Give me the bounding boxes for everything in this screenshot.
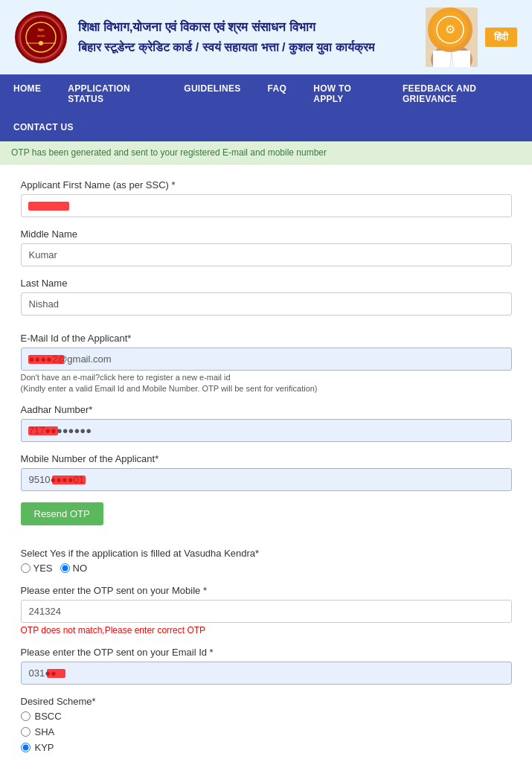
email-hint-2: (Kindly enter a valid Email Id and Mobil… <box>21 384 512 393</box>
scheme-radio-group: BSCC SHA KYP <box>21 711 512 753</box>
email-input-wrapper <box>21 348 512 371</box>
scheme-label: Desired Scheme* <box>21 696 512 707</box>
scheme-group: Desired Scheme* BSCC SHA KYP <box>21 696 512 753</box>
header-title: शिक्षा विभाग,योजना एवं विकास एवं श्रम सं… <box>78 19 374 36</box>
email-label: E-Mail Id of the Applicant* <box>21 333 512 344</box>
nav-faq[interactable]: FAQ <box>254 74 301 113</box>
page-header: बिहार सरकार शिक्षा विभाग,योजना एवं विकास… <box>0 0 532 74</box>
vasudha-yes-text: YES <box>33 563 53 574</box>
email-otp-group: Please enter the OTP sent on your Email … <box>21 647 512 685</box>
email-group: E-Mail Id of the Applicant* Don't have a… <box>21 333 512 393</box>
middle-name-label: Middle Name <box>21 228 512 240</box>
mobile-label: Mobile Number of the Applicant* <box>21 453 512 464</box>
nav-contact-us[interactable]: CONTACT US <box>0 113 87 141</box>
mobile-input[interactable] <box>21 468 512 491</box>
middle-name-group: Middle Name <box>21 228 512 266</box>
last-name-input[interactable] <box>21 292 512 316</box>
nav-home[interactable]: HOME <box>0 74 54 113</box>
otp-error-message: OTP does not match,Please enter correct … <box>21 625 512 635</box>
main-nav: HOME APPLICATION STATUS GUIDELINES FAQ H… <box>0 74 532 141</box>
email-input[interactable] <box>21 348 512 371</box>
header-right: ⚙ हिंदी <box>426 7 517 67</box>
resend-otp-group: Resend OTP <box>21 502 512 537</box>
decorative-emblem: ⚙ <box>428 7 472 52</box>
svg-text:⚙: ⚙ <box>445 23 455 36</box>
vasudha-radio-group: YES NO <box>21 563 512 574</box>
first-name-input[interactable] <box>21 194 512 217</box>
header-text-block: शिक्षा विभाग,योजना एवं विकास एवं श्रम सं… <box>78 19 374 56</box>
header-subtitle: बिहार स्टूडेन्ट क्रेडिट कार्ड / स्वयं सह… <box>78 39 374 56</box>
email-hint-1: Don't have an e-mail?click here to regis… <box>21 373 512 382</box>
aadhar-label: Aadhar Number* <box>21 404 512 415</box>
scheme-sha-radio[interactable] <box>21 727 31 737</box>
scheme-sha-label[interactable]: SHA <box>21 726 512 737</box>
aadhar-input[interactable] <box>21 419 512 442</box>
email-otp-input-wrapper <box>21 662 512 685</box>
scheme-bscc-text: BSCC <box>35 711 62 722</box>
first-name-input-wrapper <box>21 194 512 217</box>
scheme-kyp-text: KYP <box>35 742 54 753</box>
mobile-otp-input[interactable] <box>21 600 512 623</box>
vasudha-label: Select Yes if the application is filled … <box>21 548 512 559</box>
aadhar-group: Aadhar Number* <box>21 404 512 442</box>
last-name-group: Last Name <box>21 278 512 316</box>
first-name-group: Applicant First Name (as per SSC) * <box>21 179 512 217</box>
svg-text:बिहार: बिहार <box>37 28 45 32</box>
first-name-label: Applicant First Name (as per SSC) * <box>21 179 512 190</box>
mobile-input-wrapper <box>21 468 512 491</box>
nav-feedback[interactable]: FEEDBACK AND GRIEVANCE <box>389 74 532 113</box>
mobile-otp-label: Please enter the OTP sent on your Mobile… <box>21 585 512 596</box>
scheme-kyp-radio[interactable] <box>21 743 31 752</box>
nav-row-1: HOME APPLICATION STATUS GUIDELINES FAQ H… <box>0 74 532 113</box>
mobile-group: Mobile Number of the Applicant* <box>21 453 512 491</box>
nav-guidelines[interactable]: GUIDELINES <box>170 74 254 113</box>
mobile-otp-group: Please enter the OTP sent on your Mobile… <box>21 585 512 635</box>
scheme-bscc-radio[interactable] <box>21 711 31 721</box>
vasudha-no-text: NO <box>73 563 88 574</box>
nav-row-2: CONTACT US <box>0 113 532 141</box>
otp-notice-banner: OTP has been generated and sent to your … <box>0 141 532 164</box>
email-otp-label: Please enter the OTP sent on your Email … <box>21 647 512 658</box>
vasudha-no-radio[interactable] <box>60 563 70 573</box>
vasudha-yes-label[interactable]: YES <box>21 563 53 574</box>
middle-name-input[interactable] <box>21 243 512 266</box>
scheme-bscc-label[interactable]: BSCC <box>21 711 512 722</box>
vasudha-no-label[interactable]: NO <box>60 563 88 574</box>
aadhar-input-wrapper <box>21 419 512 442</box>
vasudha-group: Select Yes if the application is filled … <box>21 548 512 574</box>
main-form: Applicant First Name (as per SSC) * Midd… <box>6 164 527 762</box>
scheme-kyp-label[interactable]: KYP <box>21 742 512 753</box>
nav-application-status[interactable]: APPLICATION STATUS <box>54 74 170 113</box>
email-otp-input[interactable] <box>21 662 512 685</box>
resend-otp-button[interactable]: Resend OTP <box>21 502 103 525</box>
scheme-sha-text: SHA <box>35 726 55 737</box>
vasudha-yes-radio[interactable] <box>21 563 31 573</box>
svg-text:सरकार: सरकार <box>36 34 45 38</box>
bihar-sarkar-logo: बिहार सरकार <box>15 11 67 63</box>
hindi-language-button[interactable]: हिंदी <box>485 28 517 47</box>
header-left: बिहार सरकार शिक्षा विभाग,योजना एवं विकास… <box>15 11 374 63</box>
last-name-label: Last Name <box>21 278 512 289</box>
nav-how-to-apply[interactable]: HOW TO APPLY <box>300 74 389 113</box>
